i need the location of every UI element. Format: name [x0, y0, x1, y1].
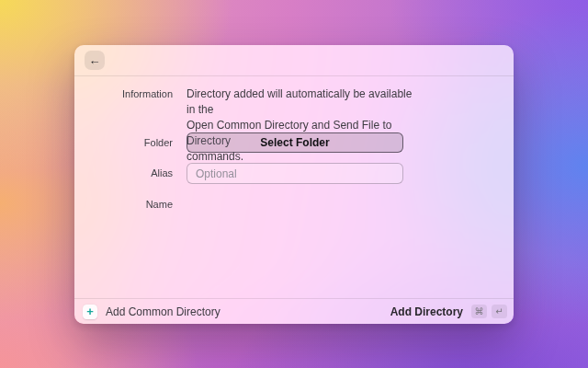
information-text: Directory added will automatically be av… [187, 86, 422, 165]
alias-input[interactable] [187, 163, 403, 184]
command-key-icon: ⌘ [471, 305, 487, 318]
information-label: Information [74, 86, 187, 102]
select-folder-button[interactable]: Select Folder [187, 132, 403, 153]
name-label: Name [74, 198, 187, 212]
add-common-directory-button[interactable]: + Add Common Directory [83, 305, 220, 319]
add-directory-button[interactable]: Add Directory ⌘ ↵ [390, 305, 507, 318]
information-row: Information Directory added will automat… [74, 86, 514, 165]
back-arrow-icon: ← [89, 54, 101, 66]
alias-label: Alias [74, 163, 187, 184]
window-toolbar: ← [74, 45, 514, 76]
name-row: Name [74, 198, 514, 212]
folder-label: Folder [74, 132, 187, 153]
return-key-icon: ↵ [492, 305, 507, 318]
alias-row: Alias [74, 163, 514, 184]
add-directory-window: ← Information Directory added will autom… [74, 45, 514, 324]
add-common-directory-label: Add Common Directory [106, 305, 220, 318]
window-bottom-bar: + Add Common Directory Add Directory ⌘ ↵ [74, 298, 514, 324]
add-directory-label: Add Directory [390, 305, 463, 318]
back-button[interactable]: ← [85, 51, 105, 70]
plus-icon: + [83, 305, 97, 319]
folder-row: Folder Select Folder [74, 132, 514, 153]
